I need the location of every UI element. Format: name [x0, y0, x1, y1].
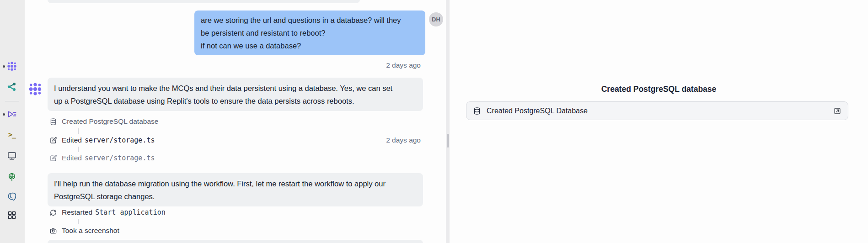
user-avatar: DH	[429, 12, 443, 26]
edit-file-icon	[49, 137, 57, 144]
action-target-file: server/storage.ts	[85, 154, 155, 162]
user-message-line: be persistent and resistant to reboot?	[201, 26, 419, 39]
user-message-line: if not can we use a database?	[201, 39, 419, 52]
open-pane-icon[interactable]	[833, 107, 841, 115]
database-icon	[473, 107, 481, 115]
action-connector	[78, 147, 79, 152]
action-restarted-workflow[interactable]: Restarted Start application	[49, 208, 166, 217]
action-edited-file[interactable]: Edited server/storage.ts	[49, 153, 155, 163]
agent-notification-dot	[3, 65, 5, 68]
agent-logo-icon	[28, 82, 42, 96]
agent-message-line: I'll help run the database migration usi…	[54, 177, 417, 190]
action-target-workflow: Start application	[95, 208, 166, 217]
action-label: Created PostgreSQL database	[62, 117, 158, 126]
action-timestamp: 2 days ago	[320, 136, 421, 144]
monitor-icon	[7, 151, 17, 161]
console-icon	[7, 109, 17, 119]
user-message-bubble: are we storing the url and questions in …	[194, 11, 425, 55]
rail-divider	[5, 101, 19, 101]
edit-file-icon	[49, 154, 57, 162]
action-took-screenshot[interactable]: Took a screenshot	[49, 226, 119, 235]
action-label: Took a screenshot	[62, 227, 119, 235]
action-connector	[78, 128, 79, 134]
sidebar-item-database[interactable]	[6, 191, 17, 202]
previous-message-bubble-partial	[48, 0, 360, 3]
agent-message-line: up a PostgreSQL database using Replit's …	[54, 95, 417, 107]
created-database-card[interactable]: Created PostgreSQL Database	[466, 101, 848, 120]
sidebar-item-shell[interactable]: >_	[6, 129, 17, 140]
sidebar-item-console[interactable]	[6, 109, 17, 120]
action-verb: Restarted	[62, 208, 92, 217]
action-edited-file[interactable]: Edited server/storage.ts	[49, 136, 155, 145]
agent-avatar	[28, 82, 42, 96]
tool-detail-panel: Created PostgreSQL database Created Post…	[450, 0, 868, 243]
shell-icon: >_	[8, 131, 16, 139]
action-verb: Edited	[62, 154, 82, 162]
message-timestamp: 2 days ago	[320, 61, 421, 69]
agent-message-bubble: I understand you want to make the MCQs a…	[48, 78, 423, 111]
sidebar-item-workflows[interactable]	[6, 81, 17, 92]
action-target-file: server/storage.ts	[85, 136, 155, 144]
panel-gutter	[446, 0, 450, 243]
next-message-bubble-partial	[48, 240, 423, 243]
sidebar-item-deployments[interactable]	[6, 171, 17, 182]
chat-scrollbar-thumb[interactable]	[447, 134, 449, 148]
tool-card-label: Created PostgreSQL Database	[487, 107, 828, 115]
postgresql-icon	[7, 192, 17, 202]
action-created-database[interactable]: Created PostgreSQL database	[49, 117, 158, 126]
action-connector	[78, 219, 79, 224]
sidebar-item-all-tools[interactable]	[6, 210, 17, 221]
restart-icon	[49, 209, 57, 217]
apps-grid-icon	[7, 210, 17, 220]
agent-logo-icon	[7, 61, 17, 71]
sidebar-item-agent[interactable]	[6, 61, 17, 72]
camera-icon	[49, 227, 57, 235]
replit-workspace: >_	[0, 0, 868, 243]
database-icon	[49, 118, 57, 126]
user-message-line: are we storing the url and questions in …	[201, 14, 419, 26]
agent-message-line: I understand you want to make the MCQs a…	[54, 82, 417, 95]
agent-message-bubble: I'll help run the database migration usi…	[48, 173, 423, 206]
workflow-fork-icon	[7, 82, 17, 92]
tool-rail: >_	[0, 0, 25, 243]
deploy-globe-icon	[7, 172, 17, 182]
console-notification-dot	[3, 113, 5, 116]
agent-message-line: PostgreSQL storage changes.	[54, 190, 417, 203]
action-verb: Edited	[62, 136, 82, 144]
sidebar-item-webview[interactable]	[6, 150, 17, 161]
panel-title: Created PostgreSQL database	[450, 85, 868, 94]
agent-chat-panel: are we storing the url and questions in …	[25, 0, 446, 243]
